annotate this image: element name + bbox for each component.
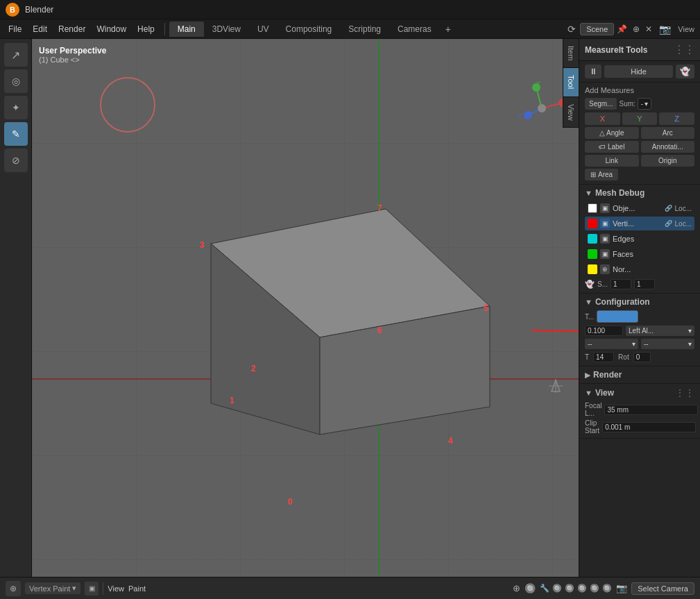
pin-icon[interactable]: 📌 — [614, 23, 630, 35]
menu-help[interactable]: Help — [132, 23, 160, 35]
tab-add[interactable]: + — [440, 21, 456, 37]
mode-icon-btn[interactable]: ⊕ — [6, 581, 21, 596]
link-btn[interactable]: Link — [585, 155, 639, 167]
sync-icon[interactable]: ⟳ — [563, 22, 580, 36]
left-al-btn[interactable]: Left Al...▾ — [626, 326, 694, 336]
app-title: Blender — [25, 5, 53, 15]
mesh-item-4[interactable]: ⊕ Nor... — [585, 262, 694, 276]
mesh-item-1-icon: ▣ — [600, 219, 610, 228]
pause-icon-btn[interactable]: ⏸ — [585, 65, 601, 78]
svg-point-12 — [524, 111, 532, 119]
mesh-item-0[interactable]: ▣ Obje... 🔗 Loc... — [585, 201, 694, 215]
camera-icon-status[interactable]: 📷 — [616, 583, 627, 593]
side-tab-item[interactable]: Item — [563, 39, 579, 68]
scene-field[interactable]: Scene — [580, 23, 614, 35]
tab-compositing[interactable]: Compositing — [278, 22, 341, 37]
rot-val-input[interactable] — [633, 352, 651, 362]
origin-btn[interactable]: Origin — [641, 155, 695, 167]
value-010-input[interactable] — [585, 326, 623, 336]
extra-tool-btn[interactable]: ⊘ — [4, 149, 28, 172]
clip-label: Clip Start — [585, 419, 599, 435]
tab-main[interactable]: Main — [169, 22, 204, 37]
menu-edit[interactable]: Edit — [27, 23, 53, 35]
mesh-item-3-icon: ▣ — [600, 249, 610, 259]
menu-window[interactable]: Window — [91, 23, 132, 35]
sculpt-tool-btn[interactable]: ✎ — [4, 122, 28, 146]
tab-3dview[interactable]: 3DView — [204, 22, 249, 37]
render-icon-status[interactable]: 🔘 — [524, 583, 536, 593]
area-btn[interactable]: ⊞ Area — [585, 169, 618, 180]
mode-label: Vertex Paint — [29, 584, 70, 593]
mesh-item-2[interactable]: ▣ Edges — [585, 232, 694, 246]
view-label[interactable]: View — [675, 24, 697, 35]
config-arrow[interactable]: ▼ — [585, 298, 592, 306]
vertex-label-4: 4 — [448, 436, 453, 446]
t-letter: T — [585, 353, 589, 361]
vertex-label-6: 6 — [377, 326, 382, 335]
cursor-tool-btn[interactable]: ◎ — [4, 69, 28, 93]
s-val1-input[interactable] — [611, 279, 631, 289]
sum-dropdown[interactable]: - ▾ — [638, 98, 651, 110]
clip-val-input[interactable] — [602, 422, 696, 432]
statusbar: ⊕ Vertex Paint ▾ ▣ View Paint ⊕ 🔘 🔧🔘🔘🔘🔘🔘… — [0, 577, 700, 599]
side-tab-tool[interactable]: Tool — [563, 68, 579, 96]
mesh-item-3[interactable]: ▣ Faces — [585, 247, 694, 261]
tab-uv[interactable]: UV — [249, 22, 278, 37]
label-btn[interactable]: 🏷 Label — [585, 141, 639, 153]
circle-annotation — [100, 77, 155, 133]
dash2-btn[interactable]: --▾ — [641, 339, 694, 349]
annotation-btn[interactable]: Annotati... — [641, 141, 695, 153]
focal-val-input[interactable] — [604, 405, 698, 415]
t-label: T... — [585, 313, 594, 321]
menu-file[interactable]: File — [3, 23, 27, 35]
panel-header: MeasureIt Tools ⋮⋮ — [579, 39, 700, 61]
transform-icon[interactable]: ⊕ — [513, 583, 520, 593]
mesh-item-1[interactable]: ▣ Verti... 🔗 Loc... — [585, 217, 694, 230]
new-scene-icon[interactable]: ⊕ — [630, 23, 642, 35]
x-axis-btn[interactable]: X — [585, 112, 620, 125]
angle-btn[interactable]: △ Angle — [585, 127, 639, 139]
viewport[interactable]: X Y Z User Perspective (1) Cube <> 1 2 3… — [32, 39, 579, 577]
paint-status-btn[interactable]: Paint — [128, 584, 146, 593]
right-panel: MeasureIt Tools ⋮⋮ ⏸ Hide 👻 Add Measures… — [579, 39, 700, 577]
mesh-debug-arrow[interactable]: ▼ — [585, 189, 592, 197]
select-tool-btn[interactable]: ↗ — [4, 43, 28, 67]
render-icon[interactable]: 📷 — [655, 22, 675, 36]
hide-button[interactable]: Hide — [604, 65, 673, 78]
mesh-item-1-label: Verti... — [613, 219, 662, 228]
menu-render[interactable]: Render — [53, 23, 91, 35]
svg-text:Y: Y — [536, 80, 540, 87]
ghost-icon[interactable]: 👻 — [676, 65, 694, 78]
view-status-btn[interactable]: View — [108, 584, 124, 593]
z-axis-btn[interactable]: Z — [659, 112, 694, 125]
transform-tool-btn[interactable]: ✦ — [4, 96, 28, 119]
sum-label: Sum: — [619, 100, 635, 108]
y-axis-btn[interactable]: Y — [622, 112, 658, 125]
segment-btn[interactable]: Segm... — [585, 98, 617, 110]
left-toolbar: ↗ ◎ ✦ ✎ ⊘ — [0, 39, 32, 577]
render-title: Render — [593, 370, 622, 380]
t-num-input[interactable] — [593, 352, 614, 362]
vertex-label-5: 5 — [484, 303, 488, 313]
render-arrow[interactable]: ▶ — [585, 371, 590, 380]
t-color-swatch[interactable] — [597, 310, 638, 323]
arc-btn[interactable]: Arc — [641, 127, 695, 139]
svg-point-13 — [538, 104, 546, 112]
s-val2-input[interactable] — [634, 279, 655, 289]
settings-icons[interactable]: 🔧🔘🔘🔘🔘🔘 — [540, 584, 612, 593]
select-camera-btn[interactable]: Select Camera — [631, 582, 694, 595]
vertex-label-2: 2 — [251, 364, 256, 373]
mode-dropdown[interactable]: Vertex Paint ▾ — [25, 582, 80, 594]
panel-dots[interactable]: ⋮⋮ — [674, 43, 694, 56]
tab-scripting[interactable]: Scripting — [340, 22, 389, 37]
view-dots[interactable]: ⋮⋮ — [675, 387, 694, 398]
dash1-btn[interactable]: --▾ — [585, 339, 638, 349]
vertex-label-7: 7 — [377, 203, 382, 213]
view-arrow[interactable]: ▼ — [585, 389, 592, 397]
side-tab-view[interactable]: View — [563, 97, 579, 128]
close-scene-icon[interactable]: ✕ — [642, 23, 655, 35]
mode-icon-small[interactable]: ▣ — [85, 582, 99, 596]
tab-cameras[interactable]: Cameras — [389, 22, 440, 37]
mesh-item-2-icon: ▣ — [600, 234, 610, 244]
vertex-label-1: 1 — [230, 396, 234, 405]
